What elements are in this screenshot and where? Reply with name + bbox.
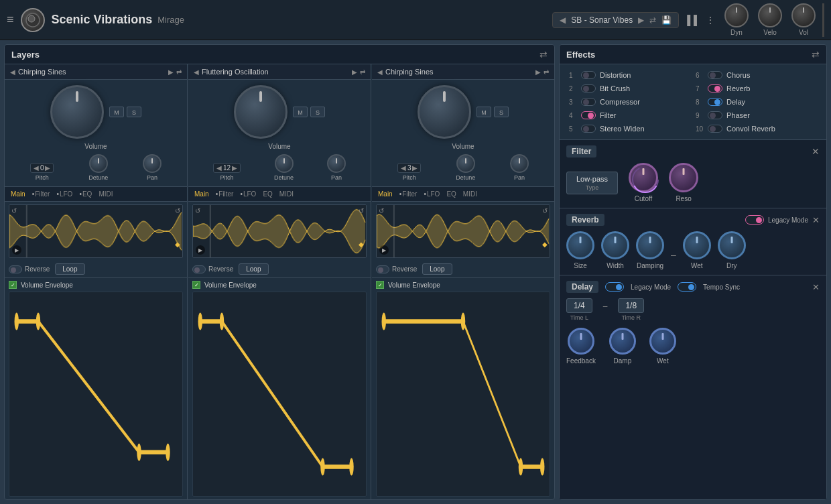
layer-3-detune-knob[interactable]: [456, 154, 475, 173]
layer-1-prev[interactable]: ◀: [10, 68, 15, 76]
layer-1-wf-loop-icon[interactable]: ↺: [11, 207, 17, 214]
layer-3-env-checkbox[interactable]: ✓: [376, 281, 384, 289]
layer-1-tab-midi[interactable]: MIDI: [97, 190, 115, 198]
layer-1-play-btn[interactable]: ▶: [12, 245, 21, 255]
reverb-section-close[interactable]: ✕: [812, 215, 820, 225]
effect-toggle-phaser[interactable]: [708, 111, 722, 119]
layer-1-tab-filter[interactable]: Filter: [30, 190, 52, 198]
reverb-dry-knob[interactable]: [718, 231, 746, 259]
layer-3-prev[interactable]: ◀: [377, 68, 383, 76]
layer-3-play-btn[interactable]: ▶: [379, 245, 389, 255]
layer-2-tab-main[interactable]: Main: [192, 190, 211, 198]
more-options-icon[interactable]: ⋮: [706, 15, 715, 25]
layer-2-pitch-next[interactable]: ▶: [232, 164, 237, 172]
layer-2-pitch-prev[interactable]: ◀: [216, 164, 222, 172]
delay-wet-knob[interactable]: [649, 328, 676, 355]
layer-3-wf-loop-icon[interactable]: ↺: [379, 207, 384, 214]
delay-time-r-value[interactable]: 1/8: [618, 298, 644, 313]
preset-next[interactable]: ▶: [638, 15, 644, 25]
layers-shuffle-icon[interactable]: ⇄: [539, 49, 548, 60]
velo-knob[interactable]: [758, 3, 782, 27]
effect-toggle-chorus[interactable]: [708, 71, 722, 79]
layer-2-volume-knob[interactable]: [234, 85, 287, 139]
delay-tempo-sync-toggle[interactable]: [678, 282, 696, 292]
delay-section-close[interactable]: ✕: [812, 282, 820, 292]
layer-2-play-btn[interactable]: ▶: [196, 245, 205, 255]
layer-3-pitch-arrows[interactable]: ◀ 3 ▶: [397, 163, 422, 173]
layer-1-reverse-toggle[interactable]: Reverse: [9, 265, 50, 273]
layer-3-tab-lfo[interactable]: LFO: [422, 190, 442, 198]
layer-2-pitch-arrows[interactable]: ◀ 12 ▶: [213, 163, 241, 173]
effect-toggle-distortion[interactable]: [581, 71, 596, 79]
layer-3-tab-main[interactable]: Main: [376, 190, 395, 198]
preset-shuffle-icon[interactable]: ⇄: [649, 15, 656, 25]
layer-2-tab-lfo[interactable]: LFO: [238, 190, 258, 198]
layer-1-shuffle[interactable]: ⇄: [176, 68, 182, 76]
layer-3-mute-btn[interactable]: M: [476, 107, 491, 117]
layer-1-pitch-prev[interactable]: ◀: [34, 164, 39, 172]
layer-2-env-checkbox[interactable]: ✓: [192, 281, 200, 289]
effect-toggle-reverb[interactable]: [708, 84, 722, 92]
preset-prev[interactable]: ◀: [560, 15, 566, 25]
delay-damp-knob[interactable]: [609, 328, 636, 355]
filter-cutoff-knob[interactable]: [629, 163, 658, 192]
dyn-knob[interactable]: [724, 3, 749, 27]
effect-toggle-convolreverb[interactable]: [708, 125, 722, 133]
layer-1-next[interactable]: ▶: [168, 68, 174, 76]
layer-1-solo-btn[interactable]: S: [127, 107, 141, 117]
layer-1-tab-lfo[interactable]: LFO: [54, 190, 74, 198]
layer-3-shuffle[interactable]: ⇄: [544, 68, 549, 76]
effect-toggle-stereowiden[interactable]: [581, 125, 596, 133]
layer-3-tab-filter[interactable]: Filter: [397, 190, 420, 198]
preset-save-icon[interactable]: 💾: [661, 15, 672, 25]
layer-1-detune-knob[interactable]: [89, 154, 108, 173]
filter-section-close[interactable]: ✕: [812, 146, 820, 157]
effect-toggle-filter[interactable]: [581, 111, 596, 119]
layer-1-pitch-next[interactable]: ▶: [45, 164, 50, 172]
layer-1-tab-main[interactable]: Main: [9, 190, 27, 198]
visualizer-icon[interactable]: ▌▌: [687, 15, 700, 25]
layer-3-tab-midi[interactable]: MIDI: [461, 190, 479, 198]
layer-3-pitch-next[interactable]: ▶: [412, 164, 418, 172]
reverb-damping-knob[interactable]: [636, 231, 664, 259]
effect-toggle-bitcrush[interactable]: [581, 84, 596, 92]
layer-2-solo-btn[interactable]: S: [310, 107, 325, 117]
layer-1-env-checkbox[interactable]: ✓: [9, 281, 17, 289]
vol-knob[interactable]: [791, 3, 816, 27]
layer-3-pan-knob[interactable]: [510, 154, 529, 173]
filter-type-box[interactable]: Low-pass Type: [566, 172, 618, 194]
layer-2-shuffle[interactable]: ⇄: [360, 68, 365, 76]
layer-2-prev[interactable]: ◀: [194, 68, 199, 76]
layer-2-mute-btn[interactable]: M: [293, 107, 308, 117]
layer-1-pitch-arrows[interactable]: ◀ 0 ▶: [30, 163, 54, 173]
layer-3-loop-btn[interactable]: Loop: [422, 263, 452, 275]
layer-2-pan-knob[interactable]: [327, 154, 346, 173]
layer-1-loop-btn[interactable]: Loop: [55, 263, 84, 275]
layer-3-pitch-prev[interactable]: ◀: [401, 164, 406, 172]
reverb-wet-knob[interactable]: [683, 231, 711, 259]
reverb-size-knob[interactable]: [566, 231, 594, 259]
layer-3-tab-eq[interactable]: EQ: [444, 190, 458, 198]
filter-reso-knob[interactable]: [669, 163, 698, 192]
delay-legacy-toggle[interactable]: [605, 282, 624, 292]
reverb-width-knob[interactable]: [601, 231, 629, 259]
delay-time-l-value[interactable]: 1/4: [566, 298, 592, 313]
layer-2-reverse-toggle[interactable]: Reverse: [192, 265, 233, 273]
layer-2-wf-reset-icon[interactable]: ↺: [359, 207, 364, 214]
layer-3-volume-knob[interactable]: [418, 85, 471, 139]
layer-3-next[interactable]: ▶: [535, 68, 541, 76]
layer-1-mute-btn[interactable]: M: [109, 107, 124, 117]
layer-2-tab-filter[interactable]: Filter: [214, 190, 236, 198]
reverb-legacy-toggle[interactable]: [745, 215, 764, 225]
effect-toggle-compressor[interactable]: [581, 98, 596, 106]
preset-selector[interactable]: ◀ SB - Sonar Vibes ▶ ⇄ 💾: [552, 12, 679, 28]
layer-2-loop-btn[interactable]: Loop: [239, 263, 268, 275]
layer-1-volume-knob[interactable]: [50, 85, 104, 139]
layer-3-solo-btn[interactable]: S: [494, 107, 509, 117]
effect-toggle-delay[interactable]: [708, 98, 722, 106]
menu-icon[interactable]: ≡: [7, 13, 14, 27]
layer-1-tab-eq[interactable]: EQ: [77, 190, 94, 198]
layer-2-tab-midi[interactable]: MIDI: [277, 190, 296, 198]
layer-2-detune-knob[interactable]: [275, 154, 294, 173]
layer-1-pan-knob[interactable]: [143, 154, 162, 173]
